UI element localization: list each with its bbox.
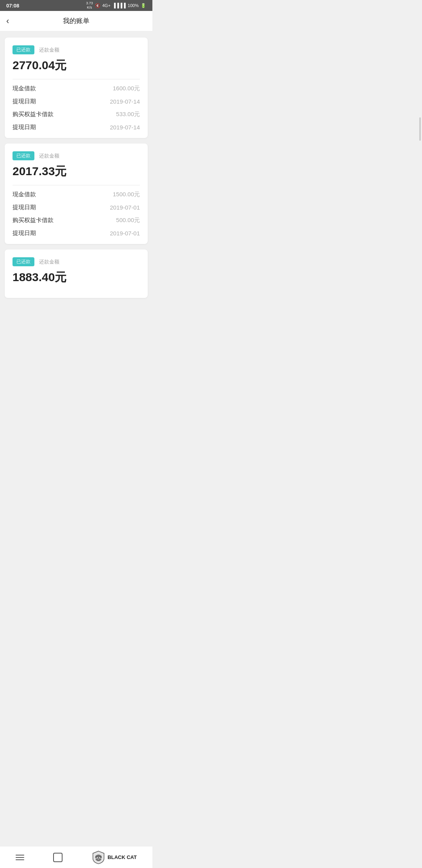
battery-icon: 🔋 [141, 3, 146, 8]
status-right: 3.73K/s 🔇 4G+ ▐▐▐▐ 100% 🔋 [86, 1, 146, 10]
detail-label-2-0: 现金借款 [13, 191, 36, 198]
bill-status-row-1: 已还款 还款金额 [13, 45, 140, 54]
bill-amount-2: 2017.33元 [13, 163, 140, 179]
signal-icon: ▐▐▐▐ [113, 3, 126, 8]
detail-row-1-2: 购买权益卡借款 533.00元 [13, 111, 140, 118]
detail-label-2-1: 提现日期 [13, 204, 36, 211]
detail-row-1-1: 提现日期 2019-07-14 [13, 98, 140, 105]
detail-label-2-3: 提现日期 [13, 230, 36, 237]
status-badge-2: 已还款 [13, 151, 34, 160]
bill-status-row-3: 已还款 还款金额 [13, 257, 140, 266]
detail-value-2-3: 2019-07-01 [110, 230, 140, 237]
page-title: 我的账单 [63, 16, 89, 25]
detail-value-1-3: 2019-07-14 [110, 124, 140, 131]
detail-row-1-0: 现金借款 1600.00元 [13, 85, 140, 92]
bill-card-2: 已还款 还款金额 2017.33元 现金借款 1500.00元 提现日期 201… [5, 143, 148, 244]
page-header: ‹ 我的账单 [0, 11, 152, 31]
status-badge-3: 已还款 [13, 257, 34, 266]
battery-level: 100% [128, 3, 139, 8]
detail-value-2-2: 500.00元 [116, 217, 140, 224]
bill-card-1: 已还款 还款金额 2770.04元 现金借款 1600.00元 提现日期 201… [5, 38, 148, 138]
network-speed: 3.73K/s [86, 1, 93, 10]
detail-value-2-1: 2019-07-01 [110, 204, 140, 211]
bill-amount-1: 2770.04元 [13, 57, 140, 74]
detail-label-1-2: 购买权益卡借款 [13, 111, 54, 118]
detail-value-1-2: 533.00元 [116, 111, 140, 118]
bill-amount-3: 1883.40元 [13, 269, 140, 285]
detail-row-1-3: 提现日期 2019-07-14 [13, 124, 140, 131]
status-bar: 07:08 3.73K/s 🔇 4G+ ▐▐▐▐ 100% 🔋 [0, 0, 152, 11]
amount-label-2: 还款金额 [39, 152, 59, 160]
detail-row-2-0: 现金借款 1500.00元 [13, 191, 140, 198]
bill-status-row-2: 已还款 还款金额 [13, 151, 140, 160]
status-time: 07:08 [6, 3, 19, 9]
detail-value-1-1: 2019-07-14 [110, 98, 140, 105]
detail-value-2-0: 1500.00元 [113, 191, 140, 198]
detail-label-1-1: 提现日期 [13, 98, 36, 105]
network-type: 4G+ [102, 3, 111, 8]
divider-1 [13, 79, 140, 79]
bill-card-3: 已还款 还款金额 1883.40元 [5, 249, 148, 298]
detail-label-2-2: 购买权益卡借款 [13, 217, 54, 224]
detail-row-2-3: 提现日期 2019-07-01 [13, 230, 140, 237]
status-badge-1: 已还款 [13, 45, 34, 54]
detail-label-1-0: 现金借款 [13, 85, 36, 92]
bill-list: 已还款 还款金额 2770.04元 现金借款 1600.00元 提现日期 201… [0, 31, 152, 337]
divider-2 [13, 185, 140, 185]
back-button[interactable]: ‹ [6, 17, 9, 25]
amount-label-1: 还款金额 [39, 47, 59, 54]
amount-label-3: 还款金额 [39, 258, 59, 265]
mute-icon: 🔇 [95, 3, 100, 8]
detail-label-1-3: 提现日期 [13, 124, 36, 131]
detail-row-2-2: 购买权益卡借款 500.00元 [13, 217, 140, 224]
detail-row-2-1: 提现日期 2019-07-01 [13, 204, 140, 211]
detail-value-1-0: 1600.00元 [113, 85, 140, 92]
